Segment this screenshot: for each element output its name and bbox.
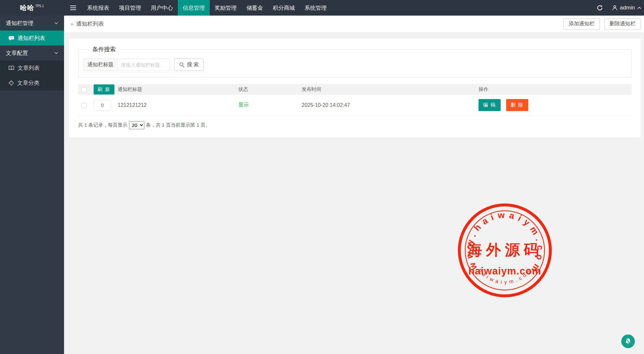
nav-item-info-management[interactable]: 信息管理 <box>178 0 210 16</box>
add-notice-button[interactable]: 添加通知栏 <box>563 19 600 30</box>
pagination: 共 1 条记录，每页显示 20 条，共 1 页当前显示第 1 页。 <box>78 121 632 129</box>
sidebar-group-notice[interactable]: 通知栏管理 <box>0 16 64 31</box>
tag-icon <box>8 80 14 86</box>
brand-name: 哈哈 <box>20 3 34 12</box>
nav-item-points-mall[interactable]: 积分商城 <box>268 0 300 16</box>
page-size-select[interactable]: 20 <box>129 121 144 129</box>
delete-button[interactable]: 删 除 <box>506 99 528 111</box>
status-badge: 显示 <box>238 102 249 107</box>
refresh-button[interactable]: 刷 新 <box>94 84 114 95</box>
delete-notice-button[interactable]: 删除通知栏 <box>604 19 641 30</box>
sidebar: 通知栏管理 通知栏列表 文章配置 文章列表 <box>0 16 64 354</box>
sidebar-item-article-category[interactable]: 文章分类 <box>0 75 64 90</box>
pagination-prefix: 共 1 条记录，每页显示 <box>78 122 127 128</box>
column-header-action: 操作 <box>479 84 632 95</box>
nav-item-system-management[interactable]: 系统管理 <box>300 0 332 16</box>
table-header-row: 刷 新 通知栏标题 状态 发布时间 操作 <box>78 84 632 95</box>
list-card: 条件搜索 通知栏标题 搜 索 <box>69 38 641 138</box>
brand-logo: 哈哈 TP5.1 <box>0 0 64 16</box>
breadcrumb-arrow: » <box>71 21 73 27</box>
search-button-label: 搜 索 <box>187 61 199 68</box>
top-bar: 哈哈 TP5.1 系统报表 项目管理 用户中心 信息管理 奖励管理 储蓄金 积分… <box>0 0 644 16</box>
nav-item-reward-management[interactable]: 奖励管理 <box>210 0 242 16</box>
brand-version: TP5.1 <box>35 4 44 8</box>
search-field-label: 通知栏标题 <box>83 58 118 71</box>
column-header-time: 发布时间 <box>302 84 479 95</box>
nav-item-system-reports[interactable]: 系统报表 <box>82 0 114 16</box>
search-icon <box>179 62 185 68</box>
cell-title: 1212121212 <box>118 95 238 116</box>
book-icon <box>8 65 14 70</box>
user-name: admin <box>620 5 635 11</box>
edit-button[interactable]: 编 辑 <box>479 99 501 111</box>
chevron-down-icon <box>54 22 58 25</box>
row-checkbox[interactable] <box>81 103 86 108</box>
table-row: 1212121212 显示 2025-10-20 14:02:47 编 辑 删 … <box>78 95 632 116</box>
sidebar-item-label: 文章分类 <box>17 79 39 87</box>
select-all-checkbox[interactable] <box>81 87 86 93</box>
chevron-up-icon <box>637 6 641 9</box>
column-header-title: 通知栏标题 <box>118 84 238 95</box>
breadcrumb: » 通知栏列表 添加通知栏 删除通知栏 <box>64 16 644 32</box>
sidebar-item-article-list[interactable]: 文章列表 <box>0 60 64 75</box>
sidebar-item-label: 通知栏列表 <box>18 34 45 42</box>
search-legend: 条件搜索 <box>89 45 119 53</box>
comment-icon <box>8 35 14 41</box>
sidebar-group-label: 通知栏管理 <box>6 19 33 27</box>
user-icon <box>612 5 618 11</box>
top-nav: 系统报表 项目管理 用户中心 信息管理 奖励管理 储蓄金 积分商城 系统管理 <box>82 0 332 16</box>
bell-slash-icon <box>624 337 632 345</box>
sidebar-group-label: 文章配置 <box>6 49 28 57</box>
notice-table: 刷 新 通知栏标题 状态 发布时间 操作 1212121212 显示 2025-… <box>78 84 632 116</box>
main-content: » 通知栏列表 添加通知栏 删除通知栏 条件搜索 通知栏标题 搜 索 <box>64 16 644 354</box>
cell-publish-time: 2025-10-20 14:02:47 <box>302 95 479 116</box>
column-header-status: 状态 <box>238 84 302 95</box>
nav-item-savings[interactable]: 储蓄金 <box>242 0 268 16</box>
chevron-down-icon <box>54 52 58 55</box>
sort-input[interactable] <box>94 100 111 111</box>
sidebar-group-article[interactable]: 文章配置 <box>0 45 64 60</box>
search-input[interactable] <box>118 58 170 71</box>
topbar-right: admin <box>591 0 644 16</box>
search-button[interactable]: 搜 索 <box>174 58 204 71</box>
refresh-icon[interactable] <box>591 0 609 16</box>
search-panel: 条件搜索 通知栏标题 搜 索 <box>78 45 632 78</box>
notification-fab[interactable] <box>621 335 635 348</box>
user-menu[interactable]: admin <box>609 0 644 16</box>
sidebar-item-label: 文章列表 <box>18 64 40 72</box>
nav-item-user-center[interactable]: 用户中心 <box>146 0 178 16</box>
pagination-suffix: 条，共 1 页当前显示第 1 页。 <box>146 122 210 128</box>
page-title: 通知栏列表 <box>76 20 104 28</box>
nav-item-project-management[interactable]: 项目管理 <box>114 0 146 16</box>
menu-toggle-icon[interactable] <box>64 0 82 16</box>
sidebar-item-notice-list[interactable]: 通知栏列表 <box>0 31 64 45</box>
